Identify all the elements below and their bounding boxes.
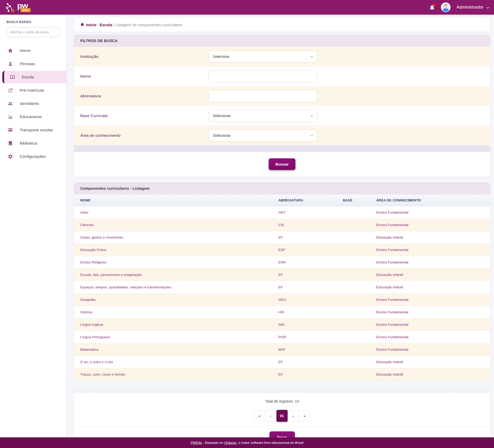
sidebar-item-home[interactable]: Home xyxy=(0,44,66,57)
row-abbreviation: CIE xyxy=(276,219,340,231)
filter-row-instituicao: InstituiçãoSelecione xyxy=(74,47,490,66)
chevron-down-icon xyxy=(310,114,314,118)
row-base xyxy=(340,206,374,219)
row-name-link[interactable]: Língua Portuguesa xyxy=(74,331,276,343)
row-knowledge-area: Ensino Fundamental xyxy=(374,256,490,269)
row-base xyxy=(340,294,374,306)
users-icon xyxy=(8,101,13,106)
filter-label: Área de conhecimento xyxy=(74,133,208,138)
breadcrumb-separator: / xyxy=(112,23,116,27)
filter-row-area-de-conhecimento: Área de conhecimentoSelecionar xyxy=(74,126,490,145)
row-base xyxy=(340,219,374,231)
row-name-link[interactable]: Matemática xyxy=(74,343,276,356)
avatar[interactable] xyxy=(441,2,451,12)
row-abbreviation: POR xyxy=(276,331,340,343)
filter-label: Base Curricular xyxy=(74,113,208,118)
user-menu[interactable]: Administrador xyxy=(456,5,490,10)
row-name-link[interactable]: Corpo, gestos e movimento xyxy=(74,231,276,244)
pagination-last[interactable]: » xyxy=(299,411,310,421)
row-name-link[interactable]: História xyxy=(74,306,276,318)
row-name-link[interactable]: Ensino Religioso xyxy=(74,256,276,269)
breadcrumb-item[interactable]: Escola xyxy=(100,23,112,27)
footer-text: , o maior software livre educacional do … xyxy=(236,441,303,445)
row-name-link[interactable]: Língua Inglesa xyxy=(74,318,276,331)
sidebar-item-educacenso[interactable]: Educacenso xyxy=(0,111,66,123)
row-name-link[interactable]: Educação Física xyxy=(74,244,276,256)
chevron-down-icon xyxy=(310,55,314,58)
sidebar-item-configuracoes[interactable]: Configurações xyxy=(0,150,66,163)
row-base xyxy=(340,244,374,256)
sidebar-nav: HomePessoasEscolaPré-matrículaServidores… xyxy=(0,44,66,163)
row-base xyxy=(340,281,374,294)
row-knowledge-area: Educação Infantil xyxy=(374,281,490,294)
instituicao-select[interactable]: Selecione xyxy=(208,51,317,63)
row-name-link[interactable]: Escuta, fala, pensamento e imaginação xyxy=(74,269,276,281)
table-row: HistóriaHISEnsino Fundamental xyxy=(74,306,490,318)
pagination-first[interactable]: « xyxy=(254,411,265,421)
pagination-next[interactable]: › xyxy=(288,411,299,421)
molecule-icon xyxy=(5,2,17,13)
sidebar-item-label: Home xyxy=(20,48,30,53)
sidebar-item-biblioteca[interactable]: Biblioteca xyxy=(0,137,66,150)
buscar-button[interactable]: Buscar xyxy=(269,158,295,170)
row-knowledge-area: Ensino Fundamental xyxy=(374,306,490,318)
footer-link[interactable]: PWEdu xyxy=(191,441,202,445)
row-base xyxy=(340,306,374,318)
row-name-link[interactable]: Artes xyxy=(74,206,276,219)
table-row: Língua InglesaINGEnsino Fundamental xyxy=(74,318,490,331)
row-knowledge-area: Educação Infantil xyxy=(374,231,490,244)
novo-button[interactable]: Novo xyxy=(269,431,295,437)
row-base xyxy=(340,331,374,343)
row-knowledge-area: Ensino Fundamental xyxy=(374,318,490,331)
sidebar-item-servidores[interactable]: Servidores xyxy=(0,97,66,110)
brand-logo[interactable]: pw EDU xyxy=(5,1,28,13)
breadcrumb: Início / Escola / Listagem de componente… xyxy=(74,18,490,32)
row-name-link[interactable]: Espaços, tempos, quantidades, relações e… xyxy=(74,281,276,294)
table-row: GeografiaGEOEnsino Fundamental xyxy=(74,294,490,306)
pagination-page-1[interactable]: 01 xyxy=(276,410,288,422)
table-row: O eu, o outro e o nósEFEducação Infantil xyxy=(74,356,490,368)
row-name-link[interactable]: O eu, o outro e o nós xyxy=(74,356,276,368)
row-knowledge-area: Ensino Fundamental xyxy=(374,244,490,256)
footer-link[interactable]: i-Educar xyxy=(224,441,236,445)
row-name-link[interactable]: Traços, sons, cores e formas xyxy=(74,368,276,381)
row-abbreviation: HIS xyxy=(276,306,340,318)
nome-input[interactable] xyxy=(208,70,317,82)
select-value: Selecione xyxy=(213,55,229,59)
row-abbreviation: EF xyxy=(276,368,340,381)
notifications-bell-icon[interactable] xyxy=(429,4,435,10)
breadcrumb-item[interactable]: Início xyxy=(86,23,96,27)
row-knowledge-area: Ensino Fundamental xyxy=(374,343,490,356)
area-de-conhecimento-select[interactable]: Selecionar xyxy=(208,130,317,141)
sidebar-item-label: Transporte escolar xyxy=(20,128,53,132)
bus-icon xyxy=(8,127,13,133)
row-knowledge-area: Ensino Fundamental xyxy=(374,331,490,343)
row-knowledge-area: Educação Infantil xyxy=(374,269,490,281)
filter-row-base-curricular: Base CurricularSelecionar xyxy=(74,106,490,126)
listing-title: Componentes curriculares - Listagem xyxy=(74,182,490,194)
share-icon xyxy=(8,88,13,93)
select-value: Selecionar xyxy=(213,133,231,138)
menu-search-input[interactable] xyxy=(6,27,60,37)
row-abbreviation: EF xyxy=(276,356,340,368)
filter-label: Nome xyxy=(74,74,208,79)
sidebar-item-transporte-escolar[interactable]: Transporte escolar xyxy=(0,124,66,136)
table-row: Espaços, tempos, quantidades, relações e… xyxy=(74,281,490,294)
sidebar-item-escola[interactable]: Escola xyxy=(2,71,66,83)
sidebar-item-label: Educacenso xyxy=(20,114,42,119)
filter-row-nome: Nome xyxy=(74,66,490,86)
filter-label: Instituição xyxy=(74,54,208,59)
abreviatura-input[interactable] xyxy=(208,90,317,102)
sidebar-item-pessoas[interactable]: Pessoas xyxy=(0,58,66,70)
sidebar-item-pre-matricula[interactable]: Pré-matrícula xyxy=(0,84,66,97)
row-abbreviation: ENR xyxy=(276,256,340,269)
base-curricular-select[interactable]: Selecionar xyxy=(208,110,317,122)
row-base xyxy=(340,231,374,244)
row-name-link[interactable]: Geografia xyxy=(74,294,276,306)
topbar: pw EDU Administrador xyxy=(0,0,494,15)
row-name-link[interactable]: Ciências xyxy=(74,219,276,231)
pagination-prev[interactable]: ‹ xyxy=(265,411,276,421)
row-base xyxy=(340,368,374,381)
bar-chart-icon xyxy=(8,114,13,119)
notification-badge xyxy=(433,3,436,6)
